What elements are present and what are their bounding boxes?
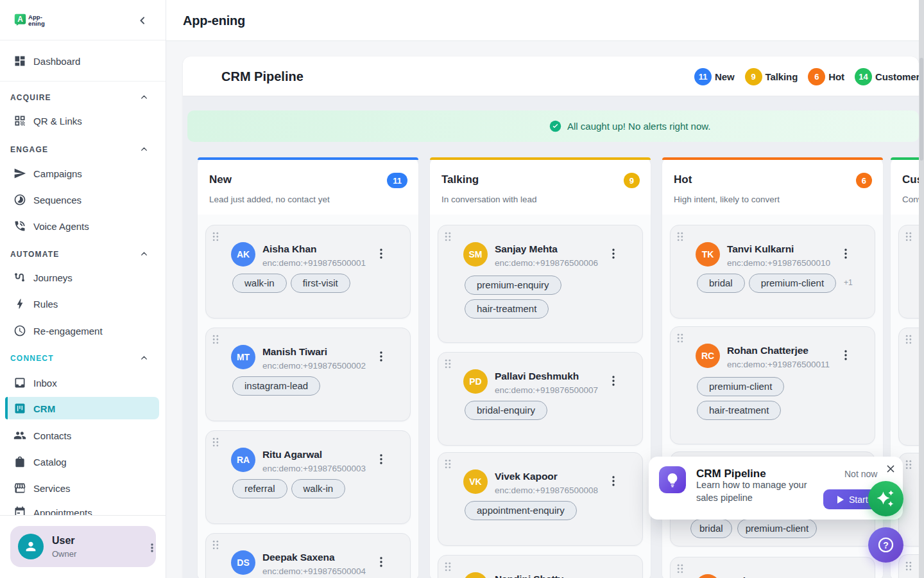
svg-text:?: ? [883,540,889,550]
svg-text:A: A [17,15,23,24]
